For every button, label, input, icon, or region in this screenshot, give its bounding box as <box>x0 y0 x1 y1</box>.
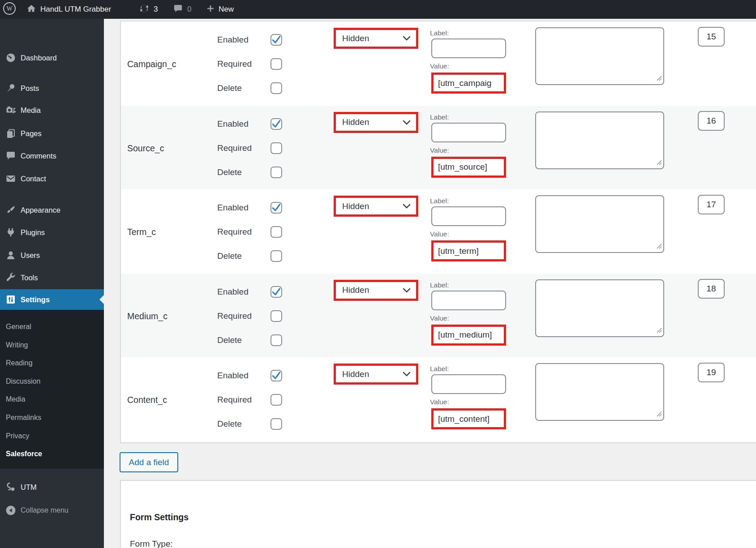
wordpress-admin-page: W HandL UTM Grabber 3 0 <box>0 0 756 548</box>
field-type-select[interactable]: Hidden <box>336 30 416 47</box>
enabled-checkbox[interactable] <box>271 202 282 214</box>
field-type-select[interactable]: Hidden <box>336 366 416 382</box>
red-highlight-value <box>431 157 506 178</box>
sidebar-item-posts[interactable]: Posts <box>0 77 104 99</box>
order-input[interactable] <box>698 363 725 382</box>
settings-submenu-item[interactable]: Reading <box>0 354 104 372</box>
field-textarea[interactable] <box>535 363 664 421</box>
order-input[interactable] <box>698 111 725 131</box>
sidebar-item-tools[interactable]: Tools <box>0 267 104 288</box>
field-row: Content_c Enabled Required Delete Hidden <box>121 357 756 441</box>
site-name-link[interactable]: HandL UTM Grabber <box>26 0 111 19</box>
field-textarea[interactable] <box>535 27 664 85</box>
updates-link[interactable]: 3 <box>139 0 158 19</box>
settings-submenu-item[interactable]: General <box>0 318 104 336</box>
brush-icon <box>5 205 16 215</box>
label-input[interactable] <box>431 206 506 226</box>
sidebar-item-pages[interactable]: Pages <box>0 123 104 144</box>
red-highlight-select: Hidden <box>334 28 418 49</box>
form-type-label: Form Type: <box>130 539 173 548</box>
required-label: Required <box>217 227 252 237</box>
chevron-down-icon <box>403 372 411 377</box>
sidebar-item-contact[interactable]: Contact <box>0 168 104 189</box>
pages-icon <box>5 128 16 139</box>
salesforce-fields-panel: Campaign_c Enabled Required Delete Hidde… <box>120 21 756 443</box>
value-caption: Value: <box>430 62 449 71</box>
sidebar-item-settings[interactable]: Settings <box>0 289 104 310</box>
checkmark-icon <box>271 371 281 381</box>
field-name: Medium_c <box>127 311 168 321</box>
settings-submenu-item[interactable]: Discussion <box>0 372 104 391</box>
label-input[interactable] <box>431 123 506 142</box>
red-highlight-select: Hidden <box>334 112 418 133</box>
settings-submenu-item[interactable]: Writing <box>0 336 104 355</box>
wordpress-logo[interactable]: W <box>3 0 16 19</box>
new-content-link[interactable]: New <box>206 0 234 19</box>
field-type-value: Hidden <box>342 285 369 295</box>
chevron-down-icon <box>403 204 411 209</box>
value-input[interactable] <box>434 327 504 343</box>
enabled-label: Enabled <box>217 34 249 45</box>
field-type-select[interactable]: Hidden <box>336 282 416 299</box>
field-type-value: Hidden <box>342 201 369 211</box>
sidebar-item-users[interactable]: Users <box>0 244 104 266</box>
field-textarea[interactable] <box>535 279 664 337</box>
value-input[interactable] <box>434 75 504 91</box>
sidebar-item-plugins[interactable]: Plugins <box>0 222 104 243</box>
sidebar-item-appearance[interactable]: Appearance <box>0 199 104 221</box>
add-field-button[interactable]: Add a field <box>120 452 178 472</box>
red-highlight-value <box>431 73 506 94</box>
settings-submenu-item[interactable]: Privacy <box>0 427 104 445</box>
enabled-checkbox[interactable] <box>271 118 282 130</box>
delete-checkbox[interactable] <box>271 167 282 178</box>
field-type-select[interactable]: Hidden <box>336 198 416 214</box>
required-checkbox[interactable] <box>271 226 282 238</box>
field-textarea[interactable] <box>535 111 664 169</box>
sidebar-item-media[interactable]: Media <box>0 99 104 121</box>
required-checkbox[interactable] <box>271 142 282 154</box>
sliders-icon <box>5 294 16 305</box>
delete-checkbox[interactable] <box>271 418 282 430</box>
updates-count: 3 <box>154 5 158 14</box>
sidebar-item-dashboard[interactable]: Dashboard <box>0 47 104 68</box>
envelope-icon <box>5 173 16 184</box>
collapse-menu-button[interactable]: Collapse menu <box>0 500 104 521</box>
value-input[interactable] <box>434 159 504 176</box>
enabled-label: Enabled <box>217 287 249 297</box>
enabled-checkbox[interactable] <box>271 286 282 298</box>
label-input[interactable] <box>431 374 506 394</box>
comments-bubble-icon <box>173 4 183 16</box>
field-textarea-wrap <box>535 363 664 421</box>
settings-submenu-item[interactable]: Salesforce <box>0 445 104 463</box>
required-checkbox[interactable] <box>271 394 282 406</box>
field-textarea[interactable] <box>535 195 664 253</box>
sidebar-item-comments[interactable]: Comments <box>0 145 104 167</box>
order-input[interactable] <box>698 195 725 214</box>
required-checkbox[interactable] <box>271 310 282 322</box>
enabled-checkbox[interactable] <box>271 34 282 46</box>
delete-checkbox[interactable] <box>271 334 282 346</box>
enabled-label: Enabled <box>217 370 249 381</box>
enabled-checkbox[interactable] <box>271 370 282 381</box>
settings-submenu-item[interactable]: Permalinks <box>0 409 104 427</box>
camera-icon <box>5 105 16 116</box>
value-input[interactable] <box>434 411 504 427</box>
required-label: Required <box>217 59 252 69</box>
value-input[interactable] <box>434 243 504 259</box>
delete-checkbox[interactable] <box>271 250 282 262</box>
delete-checkbox[interactable] <box>271 82 282 94</box>
sidebar-item-utm[interactable]: UTM <box>0 476 104 498</box>
red-highlight-select: Hidden <box>334 364 418 385</box>
enabled-label: Enabled <box>217 119 249 129</box>
required-checkbox[interactable] <box>271 58 282 70</box>
field-textarea-wrap <box>535 27 664 85</box>
order-input[interactable] <box>698 27 725 47</box>
user-icon <box>5 250 16 261</box>
form-settings-panel: Form Settings Form Type: <box>120 480 756 548</box>
order-input[interactable] <box>698 279 725 299</box>
label-input[interactable] <box>431 39 506 58</box>
comments-link[interactable]: 0 <box>173 0 191 19</box>
field-type-select[interactable]: Hidden <box>336 114 416 131</box>
label-input[interactable] <box>431 291 506 310</box>
settings-submenu-item[interactable]: Media <box>0 390 104 409</box>
